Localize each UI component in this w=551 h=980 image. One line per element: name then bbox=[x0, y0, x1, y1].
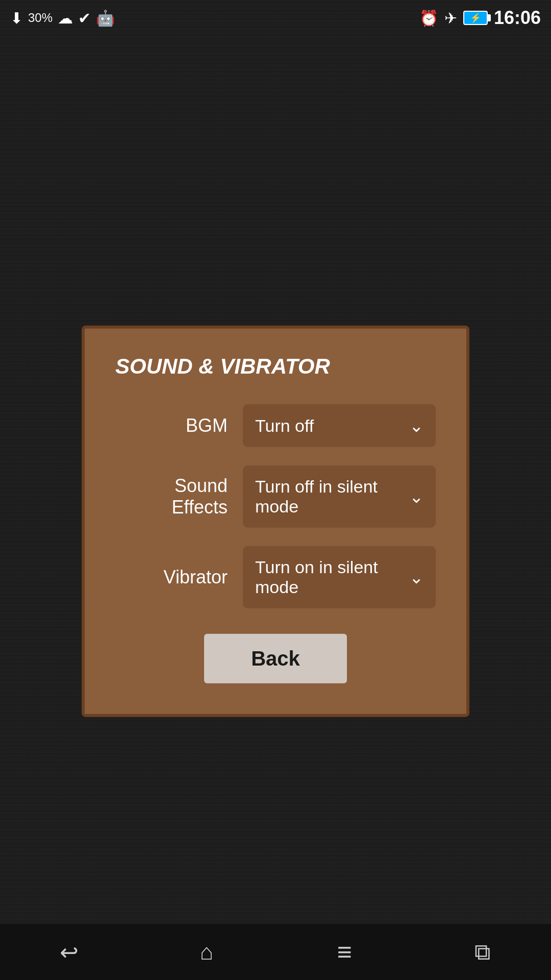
sound-effects-chevron-down-icon: ⌄ bbox=[409, 486, 423, 507]
nav-bar bbox=[0, 924, 551, 980]
download-icon: ⬇ bbox=[10, 9, 23, 27]
status-left: ⬇ 30% ☁ ✔ 🤖 bbox=[10, 9, 115, 27]
dialog-container: SOUND & VIBRATOR BGM Turn off ⌄ Sound Ef… bbox=[82, 326, 469, 717]
airplane-icon: ✈ bbox=[444, 9, 457, 27]
bgm-value: Turn off bbox=[255, 415, 314, 435]
dialog-title: SOUND & VIBRATOR bbox=[115, 354, 436, 379]
back-button[interactable]: Back bbox=[204, 634, 347, 683]
vibrator-dropdown[interactable]: Turn on in silent mode ⌄ bbox=[243, 546, 436, 608]
sound-effects-dropdown[interactable]: Turn off in silent mode ⌄ bbox=[243, 465, 436, 528]
bgm-chevron-down-icon: ⌄ bbox=[409, 415, 423, 436]
battery-percent: 30% bbox=[28, 11, 53, 25]
bgm-row: BGM Turn off ⌄ bbox=[115, 404, 436, 447]
sound-effects-value: Turn off in silent mode bbox=[255, 477, 409, 517]
status-bar: ⬇ 30% ☁ ✔ 🤖 ⏰ ✈ ⚡ 16:06 bbox=[0, 0, 551, 36]
bgm-dropdown[interactable]: Turn off ⌄ bbox=[243, 404, 436, 447]
battery-icon: ⚡ bbox=[463, 11, 488, 25]
settings-dialog: SOUND & VIBRATOR BGM Turn off ⌄ Sound Ef… bbox=[82, 326, 469, 717]
nav-menu-button[interactable] bbox=[324, 932, 365, 972]
nav-back-button[interactable] bbox=[48, 932, 89, 972]
alarm-icon: ⏰ bbox=[419, 9, 438, 27]
sound-effects-row: Sound Effects Turn off in silent mode ⌄ bbox=[115, 465, 436, 528]
android-icon: 🤖 bbox=[96, 9, 115, 27]
vibrator-row: Vibrator Turn on in silent mode ⌄ bbox=[115, 546, 436, 608]
cloud-icon: ☁ bbox=[58, 9, 73, 27]
nav-home-button[interactable] bbox=[186, 932, 227, 972]
home-nav-icon bbox=[200, 939, 214, 965]
vibrator-chevron-down-icon: ⌄ bbox=[409, 567, 423, 587]
status-time: 16:06 bbox=[494, 7, 541, 29]
recent-nav-icon bbox=[474, 939, 490, 965]
battery-charging-icon: ⚡ bbox=[470, 12, 481, 23]
status-right: ⏰ ✈ ⚡ 16:06 bbox=[419, 7, 541, 29]
task-icon: ✔ bbox=[78, 9, 91, 27]
nav-recent-button[interactable] bbox=[462, 932, 503, 972]
menu-nav-icon bbox=[337, 937, 352, 967]
vibrator-label: Vibrator bbox=[115, 567, 228, 588]
sound-effects-label: Sound Effects bbox=[115, 475, 228, 518]
back-nav-icon bbox=[60, 939, 79, 965]
vibrator-value: Turn on in silent mode bbox=[255, 557, 409, 597]
bgm-label: BGM bbox=[115, 415, 228, 436]
